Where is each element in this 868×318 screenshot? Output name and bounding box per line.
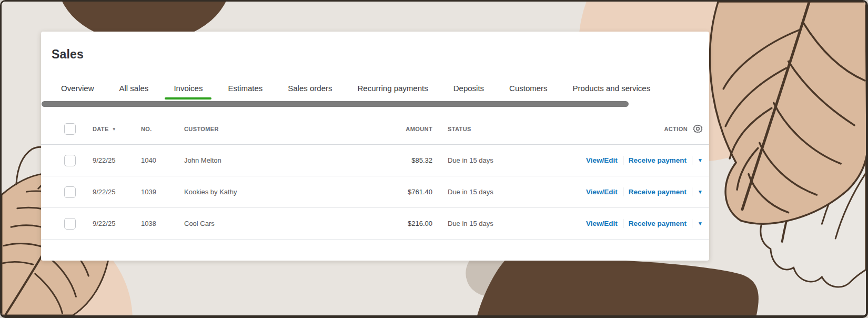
view-edit-link[interactable]: View/Edit — [586, 188, 618, 196]
invoice-row: 9/22/25 1039 Kookies by Kathy $761.40 Du… — [41, 176, 709, 208]
tab-deposits[interactable]: Deposits — [453, 84, 484, 100]
tab-sales-orders[interactable]: Sales orders — [288, 84, 332, 100]
row-action-dropdown-icon[interactable]: ▼ — [698, 158, 703, 163]
cell-no: 1040 — [141, 156, 184, 164]
desktop-frame: Sales Overview All sales Invoices Estima… — [0, 0, 868, 318]
view-edit-link[interactable]: View/Edit — [586, 220, 618, 227]
receive-payment-link[interactable]: Receive payment — [629, 188, 687, 196]
tab-customers[interactable]: Customers — [509, 84, 548, 100]
cell-date: 9/22/25 — [93, 220, 141, 227]
cell-no: 1038 — [141, 220, 184, 227]
sales-tab-bar: Overview All sales Invoices Estimates Sa… — [41, 84, 709, 100]
row-checkbox[interactable] — [64, 218, 76, 230]
cell-date: 9/22/25 — [93, 156, 141, 164]
row-action-dropdown-icon[interactable]: ▼ — [698, 221, 703, 226]
cell-status: Due in 15 days — [432, 220, 586, 227]
invoice-table-header: DATE▼ NO. CUSTOMER AMOUNT STATUS ACTION — [41, 107, 709, 145]
column-header-customer: CUSTOMER — [184, 126, 374, 132]
tab-overview[interactable]: Overview — [61, 84, 94, 100]
action-divider — [623, 156, 623, 165]
tab-recurring-payments[interactable]: Recurring payments — [357, 84, 428, 100]
cell-status: Due in 15 days — [432, 156, 586, 164]
cell-amount: $216.00 — [374, 220, 432, 227]
column-header-status: STATUS — [432, 126, 664, 132]
cell-customer: Cool Cars — [184, 220, 374, 227]
cell-customer: Kookies by Kathy — [184, 188, 374, 196]
receive-payment-link[interactable]: Receive payment — [629, 220, 687, 227]
sales-panel: Sales Overview All sales Invoices Estima… — [41, 32, 709, 261]
column-header-no: NO. — [141, 126, 184, 132]
row-checkbox[interactable] — [64, 186, 76, 198]
cell-amount: $85.32 — [374, 156, 432, 164]
action-divider — [623, 219, 623, 228]
cell-date: 9/22/25 — [93, 188, 141, 196]
tab-estimates[interactable]: Estimates — [228, 84, 263, 100]
action-divider — [623, 187, 623, 196]
view-edit-link[interactable]: View/Edit — [586, 156, 618, 164]
column-header-amount: AMOUNT — [374, 126, 432, 132]
invoice-row: 9/22/25 1038 Cool Cars $216.00 Due in 15… — [41, 208, 709, 240]
action-divider — [692, 156, 692, 165]
tab-all-sales[interactable]: All sales — [119, 84, 149, 100]
action-divider — [692, 187, 692, 196]
row-action-dropdown-icon[interactable]: ▼ — [698, 190, 703, 195]
page-title: Sales — [52, 47, 709, 62]
cell-status: Due in 15 days — [432, 188, 586, 196]
invoice-row: 9/22/25 1040 John Melton $85.32 Due in 1… — [41, 145, 709, 176]
tab-invoices[interactable]: Invoices — [174, 84, 203, 100]
cell-customer: John Melton — [184, 156, 374, 164]
cell-no: 1039 — [141, 188, 184, 196]
tabs-scrollbar[interactable] — [42, 101, 629, 107]
cell-amount: $761.40 — [374, 188, 432, 196]
tab-products-services[interactable]: Products and services — [573, 84, 651, 100]
column-header-action: ACTION — [664, 126, 688, 132]
action-divider — [692, 219, 692, 228]
select-all-checkbox[interactable] — [64, 123, 76, 135]
date-header-label: DATE — [93, 126, 109, 132]
column-header-date[interactable]: DATE▼ — [93, 126, 141, 132]
tan-monstera-leaf — [710, 2, 866, 224]
receive-payment-link[interactable]: Receive payment — [629, 156, 687, 164]
sort-desc-icon: ▼ — [112, 127, 116, 132]
gear-icon[interactable] — [693, 124, 703, 134]
row-checkbox[interactable] — [64, 155, 76, 166]
